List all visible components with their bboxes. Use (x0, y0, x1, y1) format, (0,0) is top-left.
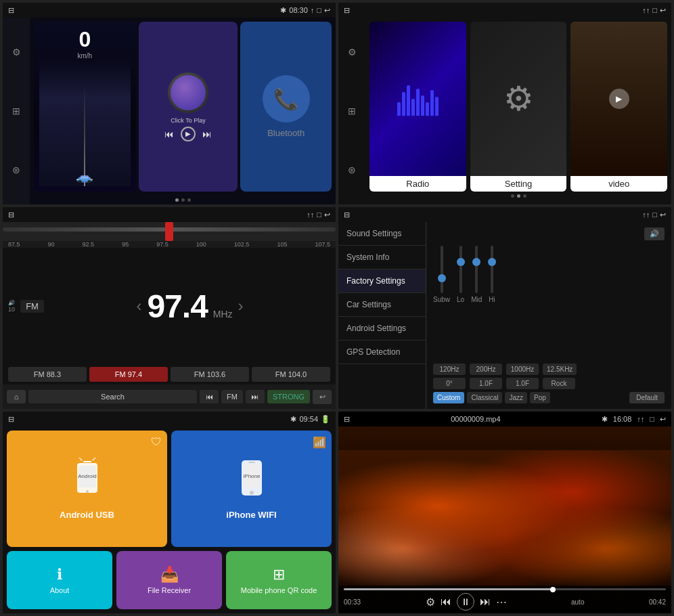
subw-thumb[interactable] (438, 274, 446, 282)
menu-system-info[interactable]: System Info (338, 246, 426, 269)
rbar5 (416, 89, 420, 116)
p2-dot-2[interactable] (517, 194, 520, 198)
freq-200hz[interactable]: 200Hz (470, 364, 502, 375)
grid-icon-p2[interactable]: ⊞ (344, 103, 360, 119)
time-p1: 08:30 (289, 6, 308, 14)
radio-next-btn[interactable]: ⏭ (246, 390, 265, 403)
radio-home-btn[interactable]: ⌂ (7, 390, 26, 403)
about-card[interactable]: ℹ About (7, 551, 112, 609)
val-1f-1[interactable]: 1.0F (470, 378, 502, 389)
preset-fm1036[interactable]: FM 103.6 (171, 367, 249, 382)
eq-sound-btn[interactable]: 🔊 (644, 227, 665, 240)
radio-back-btn[interactable]: ↩ (313, 390, 332, 404)
home-card-radio[interactable]: Radio (369, 22, 466, 192)
freq-1000hz[interactable]: 1000Hz (506, 364, 539, 375)
eq-sliders: Subw Lo Mid (433, 243, 665, 361)
preset-fm883[interactable]: FM 88.3 (8, 367, 87, 382)
bt-icon-p5: ✱ (290, 415, 296, 424)
video-pause-btn[interactable]: ⏸ (457, 593, 474, 611)
radio-band-btn[interactable]: FM (221, 390, 243, 403)
sound-menu: Sound Settings System Info Factory Setti… (338, 222, 426, 409)
subw-label: Subw (433, 296, 450, 303)
radio-search-btn[interactable]: Search (28, 390, 197, 403)
sound-content: Sound Settings System Info Factory Setti… (338, 222, 671, 409)
val-1f-2[interactable]: 1.0F (506, 378, 539, 389)
settings-icon-p1[interactable]: ⚙ (8, 44, 24, 60)
preset-custom[interactable]: Custom (433, 392, 464, 403)
p2-dots (369, 192, 667, 200)
video-progress-thumb[interactable] (550, 587, 556, 592)
freq-120hz[interactable]: 120Hz (433, 364, 466, 375)
video-next-btn[interactable]: ⏭ (480, 596, 491, 608)
dot-3[interactable] (187, 198, 191, 202)
preset-jazz[interactable]: Jazz (505, 392, 527, 403)
lo-track[interactable] (459, 246, 462, 293)
back-icon-p4: ↩ (660, 211, 666, 219)
hi-thumb[interactable] (488, 258, 496, 266)
dot-1[interactable] (175, 198, 179, 202)
preset-classical[interactable]: Classical (467, 392, 502, 403)
menu-android-settings[interactable]: Android Settings (338, 317, 426, 340)
file-receiver-card[interactable]: 📥 File Receiver (116, 551, 222, 609)
val-rock[interactable]: Rock (543, 378, 575, 389)
video-prev-btn[interactable]: ⏮ (441, 596, 451, 608)
home-card-video[interactable]: ▶ video (570, 22, 667, 192)
settings-icon-p2[interactable]: ⚙ (344, 44, 360, 60)
home-card-setting[interactable]: ⚙ Setting (470, 22, 567, 192)
up-icon-p3: ↑↑ (307, 211, 314, 219)
battery-icon-p5: 🔋 (321, 415, 330, 424)
video-controls[interactable]: 00:33 ⚙ ⏮ ⏸ ⏭ ⋯ auto 00:42 (338, 586, 671, 613)
subw-track[interactable] (441, 246, 443, 293)
radio-prev-btn[interactable]: ⏮ (200, 390, 219, 403)
menu-factory-settings[interactable]: Factory Settings (338, 269, 426, 293)
default-btn[interactable]: Default (629, 392, 665, 403)
gear-icon: ⚙ (503, 79, 534, 118)
hi-track[interactable] (491, 246, 493, 293)
menu-gps-detection[interactable]: GPS Detection (338, 340, 426, 364)
tuner-slider[interactable] (3, 222, 336, 241)
val-0deg[interactable]: 0° (433, 378, 466, 389)
home-icon-p4: ⊟ (344, 211, 350, 219)
radio-freq-display: 97.4 (147, 288, 207, 325)
video-progress-bar[interactable] (344, 588, 666, 590)
freq-label-7: 102.5 (234, 241, 250, 248)
bluetooth-card[interactable]: 📞 Bluetooth (240, 22, 332, 192)
android-icon: Android (74, 458, 101, 504)
tuner-needle[interactable] (165, 222, 173, 241)
qr-code-card[interactable]: ⊞ Mobile phone QR code (226, 551, 332, 609)
back-icon-p1: ↩ (324, 6, 330, 15)
panel-android: ⊟ ✱ 09:54 🔋 🛡 (3, 412, 336, 613)
iphone-wifi-card[interactable]: 📶 iPhone iPhone WIFI (171, 431, 332, 547)
nav-icon-p2[interactable]: ⊛ (344, 162, 360, 178)
android-usb-card[interactable]: 🛡 Android Android USB (7, 431, 167, 547)
grid-icon-p1[interactable]: ⊞ (8, 103, 24, 119)
freq-next-btn[interactable]: › (238, 296, 244, 315)
p2-dot-1[interactable] (511, 194, 514, 198)
vol-icon: 🔊 (8, 300, 15, 306)
video-more-btn[interactable]: ⋯ (496, 596, 507, 609)
play-btn[interactable]: ▶ (181, 127, 196, 141)
menu-car-settings[interactable]: Car Settings (338, 293, 426, 317)
nav-icon-p1[interactable]: ⊛ (8, 162, 24, 178)
dot-2[interactable] (181, 198, 185, 202)
svg-rect-15 (248, 462, 255, 463)
mid-track[interactable] (475, 246, 478, 293)
radio-waves (397, 82, 439, 116)
freq-prev-btn[interactable]: ‹ (136, 296, 141, 315)
next-btn[interactable]: ⏭ (202, 129, 212, 139)
preset-pop[interactable]: Pop (530, 392, 550, 403)
mid-thumb[interactable] (472, 258, 480, 266)
video-auto-label: auto (571, 598, 584, 606)
p2-dot-3[interactable] (523, 194, 526, 198)
preset-fm1040[interactable]: FM 104.0 (252, 367, 330, 382)
video-settings-btn[interactable]: ⚙ (426, 596, 435, 609)
video-up-icon: ↑↑ (637, 415, 644, 423)
preset-fm974[interactable]: FM 97.4 (89, 367, 168, 382)
menu-sound-settings[interactable]: Sound Settings (338, 222, 426, 246)
lo-thumb[interactable] (457, 258, 465, 266)
music-card[interactable]: Click To Play ⏮ ▶ ⏭ (139, 22, 238, 192)
mid-label: Mid (471, 296, 482, 303)
freq-125khz[interactable]: 12.5KHz (543, 364, 577, 375)
radio-freq-container: ‹ 97.4 MHz › (49, 288, 330, 325)
prev-btn[interactable]: ⏮ (164, 129, 174, 139)
